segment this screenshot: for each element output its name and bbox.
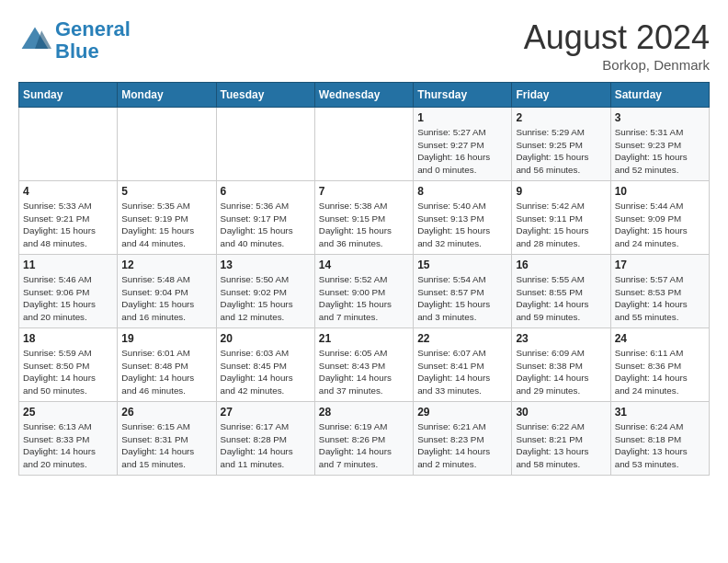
calendar-cell: 18Sunrise: 5:59 AM Sunset: 8:50 PM Dayli…	[19, 328, 118, 402]
calendar-cell: 14Sunrise: 5:52 AM Sunset: 9:00 PM Dayli…	[314, 255, 413, 328]
logo: General Blue	[18, 18, 131, 63]
calendar-cell: 22Sunrise: 6:07 AM Sunset: 8:41 PM Dayli…	[414, 328, 512, 402]
day-info: Sunrise: 5:48 AM Sunset: 9:04 PM Dayligh…	[121, 273, 211, 324]
day-number: 18	[23, 332, 113, 345]
calendar-cell: 15Sunrise: 5:54 AM Sunset: 8:57 PM Dayli…	[414, 255, 512, 328]
logo-icon	[18, 24, 51, 57]
calendar-cell: 13Sunrise: 5:50 AM Sunset: 9:02 PM Dayli…	[216, 255, 314, 328]
calendar-cell: 28Sunrise: 6:19 AM Sunset: 8:26 PM Dayli…	[314, 402, 413, 476]
week-row-4: 18Sunrise: 5:59 AM Sunset: 8:50 PM Dayli…	[19, 328, 710, 402]
day-info: Sunrise: 5:46 AM Sunset: 9:06 PM Dayligh…	[23, 273, 113, 324]
day-number: 31	[615, 406, 705, 419]
day-header-sunday: Sunday	[19, 83, 118, 108]
calendar-cell: 29Sunrise: 6:21 AM Sunset: 8:23 PM Dayli…	[414, 402, 512, 476]
week-row-2: 4Sunrise: 5:33 AM Sunset: 9:21 PM Daylig…	[19, 181, 710, 255]
day-info: Sunrise: 5:31 AM Sunset: 9:23 PM Dayligh…	[615, 126, 705, 177]
day-number: 3	[615, 111, 705, 124]
day-info: Sunrise: 6:17 AM Sunset: 8:28 PM Dayligh…	[221, 420, 311, 471]
day-info: Sunrise: 6:11 AM Sunset: 8:36 PM Dayligh…	[615, 347, 705, 397]
day-info: Sunrise: 5:52 AM Sunset: 9:00 PM Dayligh…	[319, 273, 409, 324]
day-number: 20	[221, 332, 311, 345]
page-header: General Blue August 2024 Borkop, Denmark	[18, 18, 710, 73]
day-number: 11	[23, 259, 113, 271]
calendar-cell	[118, 108, 216, 181]
day-header-thursday: Thursday	[414, 83, 512, 108]
day-number: 12	[121, 259, 211, 271]
day-number: 25	[23, 406, 113, 419]
calendar-cell: 26Sunrise: 6:15 AM Sunset: 8:31 PM Dayli…	[118, 402, 216, 476]
week-row-1: 1Sunrise: 5:27 AM Sunset: 9:27 PM Daylig…	[19, 108, 710, 181]
day-number: 17	[615, 259, 705, 271]
day-info: Sunrise: 5:57 AM Sunset: 8:53 PM Dayligh…	[615, 273, 705, 324]
day-number: 5	[121, 185, 211, 198]
calendar-cell: 21Sunrise: 6:05 AM Sunset: 8:43 PM Dayli…	[314, 328, 413, 402]
day-info: Sunrise: 5:54 AM Sunset: 8:57 PM Dayligh…	[417, 273, 507, 324]
calendar-cell: 20Sunrise: 6:03 AM Sunset: 8:45 PM Dayli…	[216, 328, 314, 402]
day-info: Sunrise: 5:36 AM Sunset: 9:17 PM Dayligh…	[221, 200, 311, 250]
day-header-wednesday: Wednesday	[314, 83, 413, 108]
calendar-cell: 31Sunrise: 6:24 AM Sunset: 8:18 PM Dayli…	[610, 402, 709, 476]
day-number: 6	[221, 185, 311, 198]
day-info: Sunrise: 6:19 AM Sunset: 8:26 PM Dayligh…	[319, 420, 409, 471]
calendar-cell: 11Sunrise: 5:46 AM Sunset: 9:06 PM Dayli…	[19, 255, 118, 328]
day-number: 15	[417, 259, 507, 271]
day-number: 16	[516, 259, 606, 271]
day-header-saturday: Saturday	[610, 83, 709, 108]
calendar-cell: 24Sunrise: 6:11 AM Sunset: 8:36 PM Dayli…	[610, 328, 709, 402]
calendar-cell: 27Sunrise: 6:17 AM Sunset: 8:28 PM Dayli…	[216, 402, 314, 476]
calendar-cell: 7Sunrise: 5:38 AM Sunset: 9:15 PM Daylig…	[314, 181, 413, 255]
day-info: Sunrise: 5:27 AM Sunset: 9:27 PM Dayligh…	[417, 126, 507, 177]
day-number: 22	[417, 332, 507, 345]
calendar-cell: 10Sunrise: 5:44 AM Sunset: 9:09 PM Dayli…	[610, 181, 709, 255]
week-row-3: 11Sunrise: 5:46 AM Sunset: 9:06 PM Dayli…	[19, 255, 710, 328]
day-info: Sunrise: 6:07 AM Sunset: 8:41 PM Dayligh…	[417, 347, 507, 397]
day-number: 8	[417, 185, 507, 198]
location: Borkop, Denmark	[524, 57, 710, 73]
day-info: Sunrise: 5:50 AM Sunset: 9:02 PM Dayligh…	[221, 273, 311, 324]
day-number: 2	[516, 111, 606, 124]
day-info: Sunrise: 5:29 AM Sunset: 9:25 PM Dayligh…	[516, 126, 606, 177]
day-number: 14	[319, 259, 409, 271]
calendar-cell: 30Sunrise: 6:22 AM Sunset: 8:21 PM Dayli…	[512, 402, 610, 476]
day-number: 13	[221, 259, 311, 271]
day-info: Sunrise: 6:24 AM Sunset: 8:18 PM Dayligh…	[615, 420, 705, 471]
day-number: 19	[121, 332, 211, 345]
logo-text: General Blue	[55, 18, 131, 63]
calendar-cell: 19Sunrise: 6:01 AM Sunset: 8:48 PM Dayli…	[118, 328, 216, 402]
day-info: Sunrise: 5:40 AM Sunset: 9:13 PM Dayligh…	[417, 200, 507, 250]
month-title: August 2024	[524, 18, 710, 57]
calendar-cell: 5Sunrise: 5:35 AM Sunset: 9:19 PM Daylig…	[118, 181, 216, 255]
day-info: Sunrise: 6:22 AM Sunset: 8:21 PM Dayligh…	[516, 420, 606, 471]
day-number: 21	[319, 332, 409, 345]
day-info: Sunrise: 5:35 AM Sunset: 9:19 PM Dayligh…	[121, 200, 211, 250]
day-number: 26	[121, 406, 211, 419]
day-number: 4	[23, 185, 113, 198]
calendar-cell: 25Sunrise: 6:13 AM Sunset: 8:33 PM Dayli…	[19, 402, 118, 476]
calendar-cell: 12Sunrise: 5:48 AM Sunset: 9:04 PM Dayli…	[118, 255, 216, 328]
calendar-cell: 6Sunrise: 5:36 AM Sunset: 9:17 PM Daylig…	[216, 181, 314, 255]
day-info: Sunrise: 5:42 AM Sunset: 9:11 PM Dayligh…	[516, 200, 606, 250]
calendar-cell: 23Sunrise: 6:09 AM Sunset: 8:38 PM Dayli…	[512, 328, 610, 402]
day-number: 10	[615, 185, 705, 198]
day-number: 29	[417, 406, 507, 419]
day-info: Sunrise: 6:01 AM Sunset: 8:48 PM Dayligh…	[121, 347, 211, 397]
day-info: Sunrise: 5:44 AM Sunset: 9:09 PM Dayligh…	[615, 200, 705, 250]
day-info: Sunrise: 6:15 AM Sunset: 8:31 PM Dayligh…	[121, 420, 211, 471]
calendar-cell: 1Sunrise: 5:27 AM Sunset: 9:27 PM Daylig…	[414, 108, 512, 181]
calendar-cell: 3Sunrise: 5:31 AM Sunset: 9:23 PM Daylig…	[610, 108, 709, 181]
day-info: Sunrise: 6:05 AM Sunset: 8:43 PM Dayligh…	[319, 347, 409, 397]
day-header-monday: Monday	[118, 83, 216, 108]
day-number: 1	[417, 111, 507, 124]
calendar-cell: 9Sunrise: 5:42 AM Sunset: 9:11 PM Daylig…	[512, 181, 610, 255]
week-row-5: 25Sunrise: 6:13 AM Sunset: 8:33 PM Dayli…	[19, 402, 710, 476]
day-info: Sunrise: 5:55 AM Sunset: 8:55 PM Dayligh…	[516, 273, 606, 324]
calendar-header-row: SundayMondayTuesdayWednesdayThursdayFrid…	[19, 83, 710, 108]
day-header-friday: Friday	[512, 83, 610, 108]
title-block: August 2024 Borkop, Denmark	[524, 18, 710, 73]
day-info: Sunrise: 6:03 AM Sunset: 8:45 PM Dayligh…	[221, 347, 311, 397]
day-number: 24	[615, 332, 705, 345]
day-info: Sunrise: 6:21 AM Sunset: 8:23 PM Dayligh…	[417, 420, 507, 471]
calendar-table: SundayMondayTuesdayWednesdayThursdayFrid…	[18, 82, 710, 476]
calendar-cell	[19, 108, 118, 181]
day-number: 9	[516, 185, 606, 198]
